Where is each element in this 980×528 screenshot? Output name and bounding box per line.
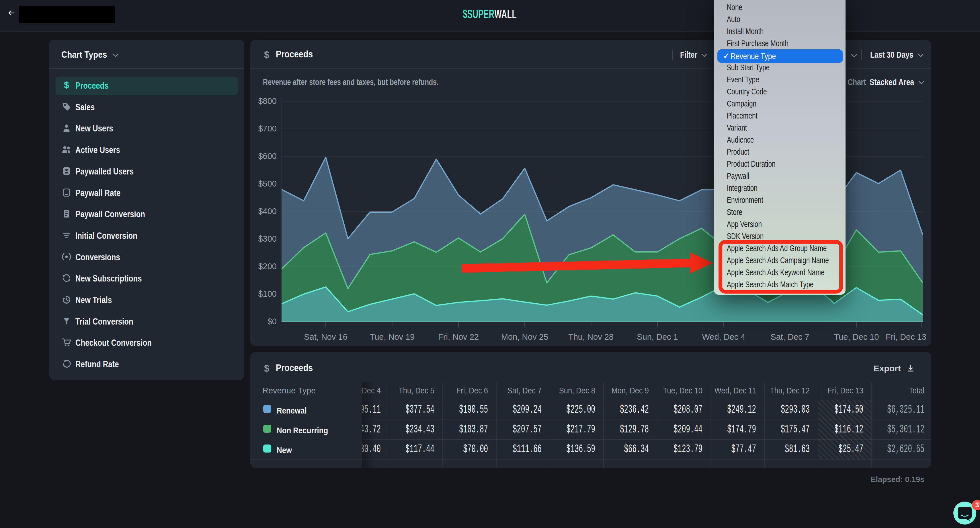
svg-text:$: $ <box>64 80 69 90</box>
